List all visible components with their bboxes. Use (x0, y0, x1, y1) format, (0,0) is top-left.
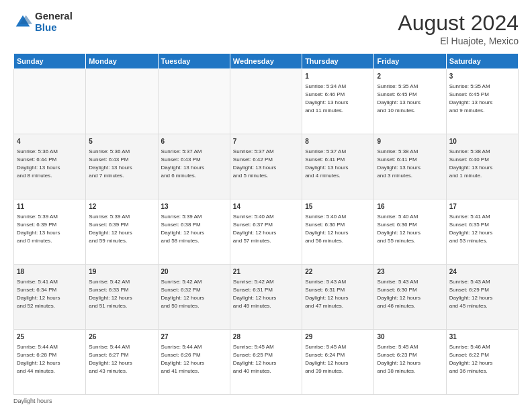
page: General Blue August 2024 El Huajote, Mex… (0, 0, 532, 411)
day-cell: 24Sunrise: 5:43 AM Sunset: 6:29 PM Dayli… (446, 265, 518, 330)
day-number: 12 (89, 202, 154, 212)
day-number: 5 (89, 137, 154, 146)
day-number: 15 (305, 202, 371, 212)
day-cell: 6Sunrise: 5:37 AM Sunset: 6:43 PM Daylig… (158, 134, 230, 199)
day-number: 16 (377, 202, 443, 212)
day-info: Sunrise: 5:45 AM Sunset: 6:24 PM Dayligh… (305, 344, 348, 374)
day-cell: 5Sunrise: 5:36 AM Sunset: 6:43 PM Daylig… (86, 134, 158, 199)
day-info: Sunrise: 5:40 AM Sunset: 6:36 PM Dayligh… (377, 214, 420, 244)
day-cell: 29Sunrise: 5:45 AM Sunset: 6:24 PM Dayli… (302, 330, 374, 395)
day-cell: 26Sunrise: 5:44 AM Sunset: 6:27 PM Dayli… (86, 330, 158, 395)
day-cell: 4Sunrise: 5:36 AM Sunset: 6:44 PM Daylig… (14, 134, 86, 199)
col-header-wednesday: Wednesday (230, 54, 302, 69)
day-info: Sunrise: 5:34 AM Sunset: 6:46 PM Dayligh… (305, 83, 348, 113)
day-info: Sunrise: 5:44 AM Sunset: 6:27 PM Dayligh… (89, 344, 132, 374)
day-number: 19 (89, 267, 154, 277)
day-cell (230, 69, 302, 134)
day-number: 25 (17, 332, 83, 342)
logo-general: General (35, 11, 73, 22)
day-info: Sunrise: 5:45 AM Sunset: 6:23 PM Dayligh… (377, 344, 420, 374)
day-number: 11 (17, 202, 83, 212)
day-info: Sunrise: 5:44 AM Sunset: 6:28 PM Dayligh… (17, 344, 60, 374)
day-info: Sunrise: 5:37 AM Sunset: 6:42 PM Dayligh… (233, 148, 276, 179)
day-info: Sunrise: 5:38 AM Sunset: 6:41 PM Dayligh… (377, 148, 420, 179)
day-info: Sunrise: 5:38 AM Sunset: 6:40 PM Dayligh… (449, 148, 492, 179)
logo: General Blue (13, 11, 73, 33)
header: General Blue August 2024 El Huajote, Mex… (13, 11, 519, 46)
day-number: 29 (305, 332, 371, 342)
day-cell: 2Sunrise: 5:35 AM Sunset: 6:45 PM Daylig… (374, 69, 446, 134)
day-number: 14 (233, 202, 299, 212)
day-cell: 17Sunrise: 5:41 AM Sunset: 6:35 PM Dayli… (446, 199, 518, 265)
day-cell: 16Sunrise: 5:40 AM Sunset: 6:36 PM Dayli… (374, 199, 446, 265)
col-header-friday: Friday (374, 54, 446, 69)
day-cell: 1Sunrise: 5:34 AM Sunset: 6:46 PM Daylig… (302, 69, 374, 134)
day-cell (86, 69, 158, 134)
day-number: 9 (377, 137, 443, 146)
day-number: 7 (233, 137, 299, 146)
day-info: Sunrise: 5:36 AM Sunset: 6:43 PM Dayligh… (89, 148, 132, 179)
day-info: Sunrise: 5:35 AM Sunset: 6:45 PM Dayligh… (449, 83, 492, 113)
day-info: Sunrise: 5:42 AM Sunset: 6:33 PM Dayligh… (89, 279, 132, 309)
day-number: 20 (161, 267, 227, 277)
day-info: Sunrise: 5:45 AM Sunset: 6:25 PM Dayligh… (233, 344, 276, 374)
day-cell: 15Sunrise: 5:40 AM Sunset: 6:36 PM Dayli… (302, 199, 374, 265)
day-info: Sunrise: 5:44 AM Sunset: 6:26 PM Dayligh… (161, 344, 204, 374)
calendar-table: SundayMondayTuesdayWednesdayThursdayFrid… (13, 53, 519, 395)
day-number: 24 (449, 267, 515, 277)
day-cell: 18Sunrise: 5:41 AM Sunset: 6:34 PM Dayli… (14, 265, 86, 330)
day-number: 31 (449, 332, 515, 342)
location: El Huajote, Mexico (398, 36, 519, 46)
day-cell: 30Sunrise: 5:45 AM Sunset: 6:23 PM Dayli… (374, 330, 446, 395)
day-number: 10 (449, 137, 515, 146)
day-number: 13 (161, 202, 227, 212)
col-header-saturday: Saturday (446, 54, 518, 69)
day-cell: 20Sunrise: 5:42 AM Sunset: 6:32 PM Dayli… (158, 265, 230, 330)
day-cell: 31Sunrise: 5:46 AM Sunset: 6:22 PM Dayli… (446, 330, 518, 395)
day-info: Sunrise: 5:39 AM Sunset: 6:38 PM Dayligh… (161, 214, 204, 244)
col-header-sunday: Sunday (14, 54, 86, 69)
footer-note: Daylight hours (13, 398, 519, 404)
day-cell (14, 69, 86, 134)
week-row-5: 25Sunrise: 5:44 AM Sunset: 6:28 PM Dayli… (14, 330, 519, 395)
day-info: Sunrise: 5:39 AM Sunset: 6:39 PM Dayligh… (89, 214, 132, 244)
day-cell: 21Sunrise: 5:42 AM Sunset: 6:31 PM Dayli… (230, 265, 302, 330)
day-info: Sunrise: 5:43 AM Sunset: 6:29 PM Dayligh… (449, 279, 492, 309)
logo-icon (13, 13, 32, 32)
day-info: Sunrise: 5:41 AM Sunset: 6:34 PM Dayligh… (17, 279, 60, 309)
day-info: Sunrise: 5:42 AM Sunset: 6:31 PM Dayligh… (233, 279, 276, 309)
day-info: Sunrise: 5:42 AM Sunset: 6:32 PM Dayligh… (161, 279, 204, 309)
day-cell: 14Sunrise: 5:40 AM Sunset: 6:37 PM Dayli… (230, 199, 302, 265)
day-cell: 22Sunrise: 5:43 AM Sunset: 6:31 PM Dayli… (302, 265, 374, 330)
day-info: Sunrise: 5:46 AM Sunset: 6:22 PM Dayligh… (449, 344, 492, 374)
day-info: Sunrise: 5:35 AM Sunset: 6:45 PM Dayligh… (377, 83, 420, 113)
day-number: 18 (17, 267, 83, 277)
day-cell: 27Sunrise: 5:44 AM Sunset: 6:26 PM Dayli… (158, 330, 230, 395)
day-number: 28 (233, 332, 299, 342)
day-number: 26 (89, 332, 154, 342)
footer-note-text: Daylight hours (13, 398, 52, 404)
day-info: Sunrise: 5:43 AM Sunset: 6:31 PM Dayligh… (305, 279, 348, 309)
day-cell: 8Sunrise: 5:37 AM Sunset: 6:41 PM Daylig… (302, 134, 374, 199)
logo-blue: Blue (35, 22, 73, 34)
day-cell: 13Sunrise: 5:39 AM Sunset: 6:38 PM Dayli… (158, 199, 230, 265)
day-cell: 28Sunrise: 5:45 AM Sunset: 6:25 PM Dayli… (230, 330, 302, 395)
day-info: Sunrise: 5:39 AM Sunset: 6:39 PM Dayligh… (17, 214, 60, 244)
day-number: 17 (449, 202, 515, 212)
day-cell: 11Sunrise: 5:39 AM Sunset: 6:39 PM Dayli… (14, 199, 86, 265)
day-number: 27 (161, 332, 227, 342)
week-row-4: 18Sunrise: 5:41 AM Sunset: 6:34 PM Dayli… (14, 265, 519, 330)
day-number: 21 (233, 267, 299, 277)
header-row: SundayMondayTuesdayWednesdayThursdayFrid… (14, 54, 519, 69)
month-year: August 2024 (398, 11, 519, 36)
day-number: 8 (305, 137, 371, 146)
day-info: Sunrise: 5:36 AM Sunset: 6:44 PM Dayligh… (17, 148, 60, 179)
day-number: 23 (377, 267, 443, 277)
day-number: 1 (305, 72, 371, 81)
week-row-3: 11Sunrise: 5:39 AM Sunset: 6:39 PM Dayli… (14, 199, 519, 265)
day-info: Sunrise: 5:40 AM Sunset: 6:37 PM Dayligh… (233, 214, 276, 244)
calendar-body: 1Sunrise: 5:34 AM Sunset: 6:46 PM Daylig… (14, 69, 519, 395)
col-header-monday: Monday (86, 54, 158, 69)
logo-text: General Blue (35, 11, 73, 33)
day-number: 6 (161, 137, 227, 146)
